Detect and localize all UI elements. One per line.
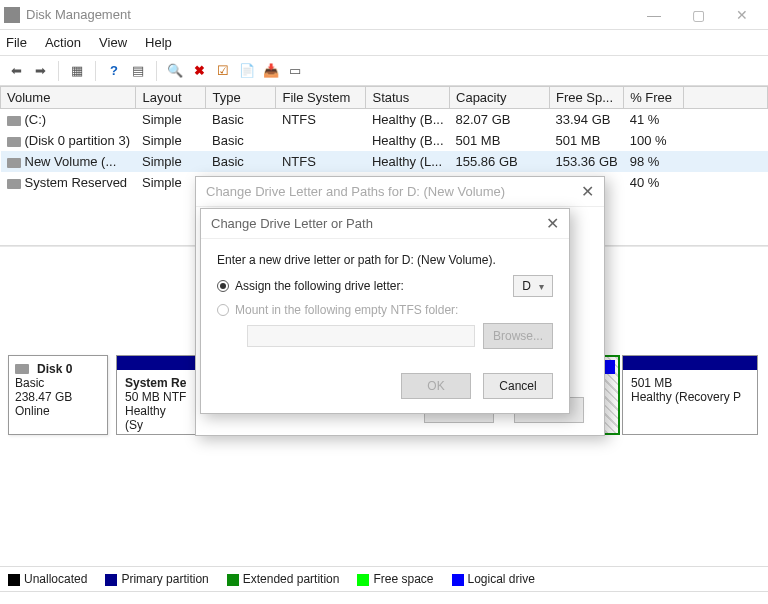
search-icon[interactable]: 🔍: [165, 61, 185, 81]
legend: Unallocated Primary partition Extended p…: [0, 566, 768, 592]
dialog2-cancel-button[interactable]: Cancel: [483, 373, 553, 399]
drive-icon: [7, 137, 21, 147]
menu-view[interactable]: View: [99, 35, 127, 50]
legend-extended: Extended partition: [243, 572, 340, 586]
back-icon[interactable]: ⬅: [6, 61, 26, 81]
check-icon[interactable]: ☑: [213, 61, 233, 81]
dialog-change-letter: Change Drive Letter or Path ✕ Enter a ne…: [200, 208, 570, 414]
table-header: Volume Layout Type File System Status Ca…: [1, 87, 768, 109]
partition-label: System Re: [125, 376, 186, 390]
maximize-button[interactable]: ▢: [676, 7, 720, 23]
new-icon[interactable]: 📄: [237, 61, 257, 81]
delete-icon[interactable]: ✖: [189, 61, 209, 81]
toolbar: ⬅ ➡ ▦ ? ▤ 🔍 ✖ ☑ 📄 📥 ▭: [0, 56, 768, 86]
radio-mount-folder[interactable]: Mount in the following empty NTFS folder…: [217, 303, 553, 317]
disk-info-box[interactable]: Disk 0 Basic 238.47 GB Online: [8, 355, 108, 435]
col-pct[interactable]: % Free: [624, 87, 684, 109]
radio-assign-letter[interactable]: Assign the following drive letter: D ▾: [217, 275, 553, 297]
legend-logical: Logical drive: [468, 572, 535, 586]
menubar: File Action View Help: [0, 30, 768, 56]
disk-type: Basic: [15, 376, 101, 390]
drive-icon: [7, 158, 21, 168]
window-title: Disk Management: [26, 7, 632, 22]
menu-file[interactable]: File: [6, 35, 27, 50]
browse-button: Browse...: [483, 323, 553, 349]
disk-size: 238.47 GB: [15, 390, 101, 404]
dialog2-ok-button[interactable]: OK: [401, 373, 471, 399]
minimize-button[interactable]: —: [632, 7, 676, 23]
radio-icon: [217, 280, 229, 292]
help-icon[interactable]: ?: [104, 61, 124, 81]
col-volume[interactable]: Volume: [1, 87, 136, 109]
close-button[interactable]: ✕: [720, 7, 764, 23]
partition-size: 501 MB: [631, 376, 672, 390]
table-row[interactable]: (Disk 0 partition 3) SimpleBasicHealthy …: [1, 130, 768, 151]
partition-status: Healthy (Recovery P: [631, 390, 741, 404]
radio-icon: [217, 304, 229, 316]
chevron-down-icon: ▾: [539, 281, 544, 292]
legend-primary: Primary partition: [121, 572, 208, 586]
menu-action[interactable]: Action: [45, 35, 81, 50]
col-layout[interactable]: Layout: [136, 87, 206, 109]
dialog2-prompt: Enter a new drive letter or path for D: …: [217, 253, 553, 267]
drive-letter-select[interactable]: D ▾: [513, 275, 553, 297]
dialog2-title: Change Drive Letter or Path: [211, 216, 373, 231]
col-type[interactable]: Type: [206, 87, 276, 109]
view-icon[interactable]: ▦: [67, 61, 87, 81]
partition-recovery[interactable]: 501 MB Healthy (Recovery P: [622, 355, 758, 435]
attach-icon[interactable]: 📥: [261, 61, 281, 81]
legend-unallocated: Unallocated: [24, 572, 87, 586]
col-status[interactable]: Status: [366, 87, 450, 109]
drive-icon: [7, 116, 21, 126]
app-icon: [4, 7, 20, 23]
menu-help[interactable]: Help: [145, 35, 172, 50]
table-row[interactable]: New Volume (... SimpleBasicNTFSHealthy (…: [1, 151, 768, 172]
forward-icon[interactable]: ➡: [30, 61, 50, 81]
legend-free: Free space: [373, 572, 433, 586]
dialog1-title: Change Drive Letter and Paths for D: (Ne…: [206, 184, 505, 199]
table-row[interactable]: (C:) SimpleBasicNTFSHealthy (B...82.07 G…: [1, 109, 768, 131]
disk-icon: [15, 364, 29, 374]
col-capacity[interactable]: Capacity: [450, 87, 550, 109]
disk-status: Online: [15, 404, 101, 418]
close-icon[interactable]: ✕: [581, 182, 594, 201]
close-icon[interactable]: ✕: [546, 214, 559, 233]
disk-label: Disk 0: [37, 362, 72, 376]
col-free[interactable]: Free Sp...: [550, 87, 624, 109]
titlebar: Disk Management — ▢ ✕: [0, 0, 768, 30]
col-extra[interactable]: [684, 87, 768, 109]
partition-system-reserved[interactable]: System Re 50 MB NTF Healthy (Sy: [116, 355, 196, 435]
mount-path-input: [247, 325, 475, 347]
table-icon[interactable]: ▤: [128, 61, 148, 81]
col-fs[interactable]: File System: [276, 87, 366, 109]
drive-icon: [7, 179, 21, 189]
properties-icon[interactable]: ▭: [285, 61, 305, 81]
